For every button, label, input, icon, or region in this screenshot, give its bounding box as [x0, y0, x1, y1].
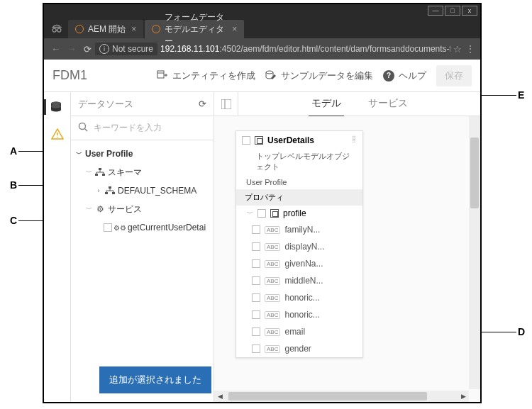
create-entity-button[interactable]: エンティティを作成	[157, 69, 255, 82]
browser-tab[interactable]: フォームデータモデルエディター ×	[145, 20, 244, 38]
schema-icon	[105, 186, 115, 196]
model-canvas[interactable]: UserDetails ⠿⠿ トップレベルモデルオブジェクト User Prof…	[214, 116, 480, 402]
callout-b: B	[10, 179, 17, 191]
tree-services[interactable]: ﹀ ⚙ サービス	[75, 200, 214, 218]
scroll-thumb[interactable]	[228, 392, 427, 400]
type-abc-icon: ABC	[265, 260, 280, 268]
tree-default-schema[interactable]: › DEFAULT_SCHEMA	[75, 181, 214, 200]
chevron-down-icon[interactable]: ﹀	[75, 150, 82, 159]
url-field[interactable]: 192.168.11.101:4502/aem/fdm/editor.html/…	[160, 44, 450, 54]
type-abc-icon: ABC	[265, 345, 280, 353]
help-button[interactable]: ? ヘルプ	[383, 69, 426, 82]
prop-row[interactable]: ABCgivenNa...	[236, 255, 362, 272]
prop-row[interactable]: ABCmiddleN...	[236, 272, 362, 289]
type-abc-icon: ABC	[265, 294, 280, 302]
datasource-search[interactable]: キーワードを入力	[71, 116, 214, 140]
svg-point-6	[51, 102, 61, 106]
datasource-tree: ﹀ User Profile ﹀ スキーマ ›	[71, 140, 214, 402]
gears-icon: ⚙⚙	[115, 223, 125, 232]
prop-profile[interactable]: ﹀ profile	[236, 206, 362, 221]
scroll-right-icon[interactable]: ▶	[458, 391, 469, 402]
prop-row[interactable]: ABCgender	[236, 340, 362, 357]
tree-root-label: User Profile	[85, 149, 133, 159]
help-icon: ?	[383, 70, 394, 82]
save-button[interactable]: 保存	[436, 65, 472, 86]
checkbox[interactable]	[252, 259, 260, 268]
entity-card[interactable]: UserDetails ⠿⠿ トップレベルモデルオブジェクト User Prof…	[235, 130, 363, 358]
svg-rect-9	[95, 174, 98, 176]
chevron-right-icon[interactable]: ›	[95, 187, 102, 194]
tree-operation[interactable]: ⚙⚙ getCurrentUserDetai	[75, 218, 214, 237]
tree-root[interactable]: ﹀ User Profile	[75, 145, 214, 163]
tree-label: サービス	[108, 203, 142, 215]
info-icon: i	[99, 44, 109, 54]
edit-sample-button[interactable]: サンプルデータを編集	[265, 69, 373, 82]
checkbox[interactable]	[252, 276, 260, 285]
panel-toggle-icon[interactable]	[214, 92, 238, 116]
vertical-scrollbar[interactable]	[469, 116, 480, 389]
checkbox[interactable]	[252, 242, 260, 251]
gear-icon: ⚙	[95, 204, 105, 214]
checkbox[interactable]	[257, 209, 266, 218]
prop-row[interactable]: ABCemail	[236, 323, 362, 340]
tab-close-icon[interactable]: ×	[131, 24, 136, 34]
checkbox[interactable]	[252, 344, 260, 353]
scroll-left-icon[interactable]: ◀	[214, 391, 226, 402]
tab-close-icon[interactable]: ×	[232, 24, 237, 34]
chevron-down-icon[interactable]: ﹀	[85, 168, 92, 177]
add-selected-button[interactable]: 追加が選択されました	[99, 366, 211, 393]
window-maximize[interactable]: □	[445, 6, 460, 16]
edit-sample-label: サンプルデータを編集	[281, 69, 373, 82]
window-minimize[interactable]: —	[428, 6, 443, 16]
anonymous-icon	[50, 21, 64, 35]
chevron-down-icon[interactable]: ﹀	[246, 209, 253, 218]
bookmark-icon[interactable]: ☆	[450, 44, 465, 55]
footer-action: 追加が選択されました	[99, 366, 211, 393]
window-close[interactable]: x	[462, 6, 477, 16]
svg-point-0	[52, 28, 56, 32]
warning-rail-icon[interactable]	[50, 126, 65, 142]
search-icon	[78, 122, 88, 134]
callout-d: D	[518, 326, 525, 337]
reload-icon[interactable]: ⟳	[79, 44, 95, 55]
browser-menu-icon[interactable]: ⋮	[465, 43, 476, 55]
datasource-rail-icon[interactable]	[44, 99, 65, 115]
refresh-icon[interactable]: ⟳	[199, 99, 206, 109]
entity-props-header: プロパティ	[236, 189, 362, 206]
prop-label: givenNa...	[284, 259, 323, 269]
prop-row[interactable]: ABChonoric...	[236, 289, 362, 306]
tree-label: DEFAULT_SCHEMA	[118, 186, 196, 196]
checkbox[interactable]	[252, 225, 260, 234]
nav-back-icon[interactable]: ←	[48, 43, 64, 55]
tab-model[interactable]: モデル	[309, 91, 344, 117]
svg-rect-13	[112, 192, 115, 194]
main-area: データソース ⟳ キーワードを入力 ﹀ User Profile ﹀	[44, 92, 480, 402]
help-label: ヘルプ	[399, 69, 426, 82]
checkbox[interactable]	[252, 327, 260, 336]
prop-label: profile	[283, 208, 306, 218]
drag-handle-icon[interactable]: ⠿⠿	[352, 138, 357, 143]
entity-header[interactable]: UserDetails ⠿⠿	[236, 131, 362, 150]
security-chip[interactable]: i Not secure	[95, 43, 157, 55]
chevron-down-icon[interactable]: ﹀	[85, 205, 92, 214]
tree-schema[interactable]: ﹀ スキーマ	[75, 163, 214, 181]
scroll-thumb[interactable]	[470, 138, 479, 208]
checkbox[interactable]	[104, 223, 112, 232]
prop-row[interactable]: ABCfamilyN...	[236, 221, 362, 238]
svg-point-3	[266, 71, 273, 74]
entity-name: UserDetails	[267, 135, 314, 145]
datasource-panel: データソース ⟳ キーワードを入力 ﹀ User Profile ﹀	[71, 92, 214, 402]
url-path: :4502/aem/fdm/editor.html/content/dam/fo…	[219, 44, 450, 54]
tab-services[interactable]: サービス	[365, 91, 411, 117]
datasource-header-label: データソース	[78, 98, 133, 111]
checkbox[interactable]	[252, 310, 260, 319]
svg-rect-10	[102, 174, 105, 176]
prop-row[interactable]: ABChonoric...	[236, 306, 362, 323]
browser-tab[interactable]: AEM 開始 ×	[68, 20, 143, 38]
horizontal-scrollbar[interactable]: ◀ ▶	[214, 391, 469, 402]
prop-row[interactable]: ABCdisplayN...	[236, 238, 362, 255]
checkbox[interactable]	[252, 293, 260, 302]
page-title: FDM1	[52, 68, 87, 83]
svg-point-1	[57, 28, 61, 32]
checkbox[interactable]	[242, 136, 250, 145]
